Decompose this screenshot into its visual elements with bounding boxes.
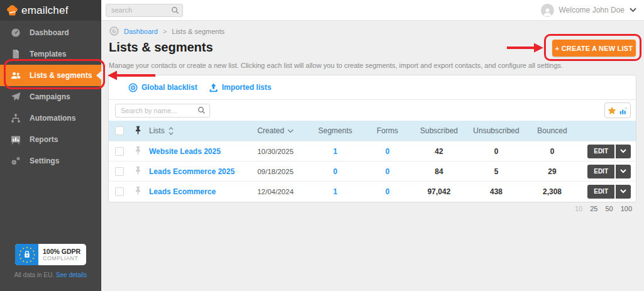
- column-header-created[interactable]: Created: [238, 126, 313, 135]
- breadcrumb-dashboard-link[interactable]: Dashboard: [124, 28, 158, 35]
- page-size-25[interactable]: 25: [590, 205, 597, 212]
- sidebar: emailchef Dashboard Templates Lists & se…: [0, 0, 101, 291]
- breadcrumb-home-icon: [109, 26, 119, 36]
- templates-icon: [11, 49, 21, 59]
- sort-desc-icon: [287, 129, 294, 133]
- table-row: Leads Ecommerce 2025 09/18/2025 0 0 84 5…: [109, 161, 636, 181]
- edit-button[interactable]: EDIT: [587, 145, 614, 158]
- campaigns-icon: [11, 92, 21, 102]
- sidebar-item-campaigns[interactable]: Campaigns: [0, 86, 101, 107]
- unsubscribed-cell: 5: [461, 167, 531, 176]
- row-checkbox[interactable]: [115, 167, 124, 176]
- pin-icon[interactable]: [135, 146, 142, 155]
- brand-logo[interactable]: emailchef: [0, 0, 101, 21]
- list-search: [115, 104, 210, 118]
- imported-lists-link[interactable]: Imported lists: [209, 83, 272, 92]
- created-cell: 12/04/2024: [238, 188, 313, 195]
- sidebar-item-automations[interactable]: Automations: [0, 107, 101, 129]
- subscribed-cell: 42: [417, 147, 461, 156]
- select-all-checkbox[interactable]: [115, 126, 124, 135]
- table-header: Lists Created Segments Forms Subscribed …: [109, 121, 636, 141]
- gdpr-note: All data in EU.: [14, 272, 54, 278]
- page-size-100[interactable]: 100: [621, 205, 632, 212]
- search-icon: [171, 6, 179, 14]
- column-header-lists[interactable]: Lists: [144, 126, 238, 135]
- row-checkbox[interactable]: [115, 187, 124, 196]
- breadcrumb-separator: >: [163, 28, 167, 35]
- edit-button[interactable]: EDIT: [587, 185, 614, 199]
- chef-hat-icon: [6, 4, 19, 17]
- reports-icon: [11, 135, 21, 145]
- create-new-list-button[interactable]: + CREATE A NEW LIST: [552, 40, 636, 57]
- list-name-link[interactable]: Website Leads 2025: [149, 147, 221, 156]
- lists-segments-icon: [11, 70, 21, 80]
- main-content: Dashboard > Lists & segments Lists & seg…: [101, 21, 644, 291]
- user-menu[interactable]: Welcome John Doe: [541, 4, 637, 17]
- page-title: Lists & segments: [109, 40, 213, 55]
- breadcrumb-current: Lists & segments: [172, 28, 225, 35]
- sidebar-item-reports[interactable]: Reports: [0, 129, 101, 150]
- brand-name: emailchef: [21, 4, 69, 17]
- chevron-down-icon: [630, 8, 636, 13]
- unsubscribed-cell: 0: [461, 147, 531, 156]
- edit-button[interactable]: EDIT: [587, 165, 614, 178]
- page-size-50[interactable]: 50: [605, 205, 613, 212]
- settings-icon: [11, 156, 21, 166]
- created-cell: 10/30/2025: [238, 148, 313, 155]
- bounced-cell: 29: [531, 167, 573, 176]
- list-name-link[interactable]: Leads Ecommerce: [149, 187, 216, 196]
- table-row: Website Leads 2025 10/30/2025 1 0 42 0 0…: [109, 141, 636, 161]
- subscribed-cell: 97,042: [417, 187, 461, 196]
- unsubscribed-cell: 438: [461, 187, 531, 196]
- star-icon: [608, 106, 616, 115]
- table-row: Leads Ecommerce 12/04/2024 1 0 97,042 43…: [109, 181, 636, 201]
- gdpr-see-details-link[interactable]: See details: [56, 272, 87, 278]
- breadcrumb: Dashboard > Lists & segments: [109, 26, 225, 36]
- dashboard-icon: [11, 28, 21, 38]
- forms-cell[interactable]: 0: [358, 187, 417, 196]
- global-blacklist-link[interactable]: Global blacklist: [128, 83, 197, 92]
- column-header-segments: Segments: [313, 126, 358, 135]
- column-header-unsubscribed: Unsubscribed: [461, 126, 531, 135]
- list-search-input[interactable]: [115, 104, 210, 118]
- sidebar-item-label: Campaigns: [30, 92, 70, 101]
- sidebar-item-label: Dashboard: [30, 28, 69, 37]
- pin-icon[interactable]: [135, 186, 142, 195]
- segments-cell[interactable]: 1: [313, 187, 358, 196]
- pin-icon[interactable]: [135, 166, 142, 175]
- sidebar-item-label: Settings: [30, 156, 59, 165]
- forms-cell[interactable]: 0: [358, 147, 417, 156]
- edit-dropdown-button[interactable]: [616, 145, 631, 158]
- favorites-stats-toggle[interactable]: [604, 102, 631, 118]
- automations-icon: [11, 113, 21, 123]
- forms-cell[interactable]: 0: [358, 167, 417, 176]
- chevron-down-icon: [620, 149, 626, 153]
- bounced-cell: 2,308: [531, 187, 573, 196]
- subscribed-cell: 84: [417, 167, 461, 176]
- stats-icon: [619, 106, 628, 115]
- sort-icon: [169, 127, 174, 135]
- person-icon: [542, 6, 553, 17]
- gdpr-subtitle: COMPLIANT: [43, 255, 86, 261]
- global-search: [106, 4, 183, 17]
- sidebar-item-label: Templates: [30, 50, 66, 58]
- gdpr-eu-lock-icon: [15, 244, 38, 265]
- gdpr-badge: 100% GDPR COMPLIANT: [15, 244, 86, 265]
- sidebar-item-lists-segments[interactable]: Lists & segments: [0, 65, 101, 86]
- sidebar-item-templates[interactable]: Templates: [0, 43, 101, 65]
- chevron-down-icon: [620, 189, 626, 194]
- segments-cell[interactable]: 1: [313, 147, 358, 156]
- list-name-link[interactable]: Leads Ecommerce 2025: [149, 167, 235, 176]
- segments-cell[interactable]: 0: [313, 167, 358, 176]
- edit-dropdown-button[interactable]: [616, 165, 631, 178]
- page-size-options: 10 25 50 100: [575, 205, 632, 212]
- page-size-10[interactable]: 10: [575, 205, 582, 212]
- sidebar-item-label: Automations: [30, 114, 75, 123]
- sidebar-item-dashboard[interactable]: Dashboard: [0, 22, 101, 43]
- pin-icon[interactable]: [135, 126, 142, 135]
- edit-dropdown-button[interactable]: [616, 185, 631, 199]
- row-checkbox[interactable]: [115, 147, 124, 156]
- sidebar-item-settings[interactable]: Settings: [0, 150, 101, 172]
- sidebar-item-label: Lists & segments: [30, 71, 92, 80]
- created-cell: 09/18/2025: [238, 168, 313, 175]
